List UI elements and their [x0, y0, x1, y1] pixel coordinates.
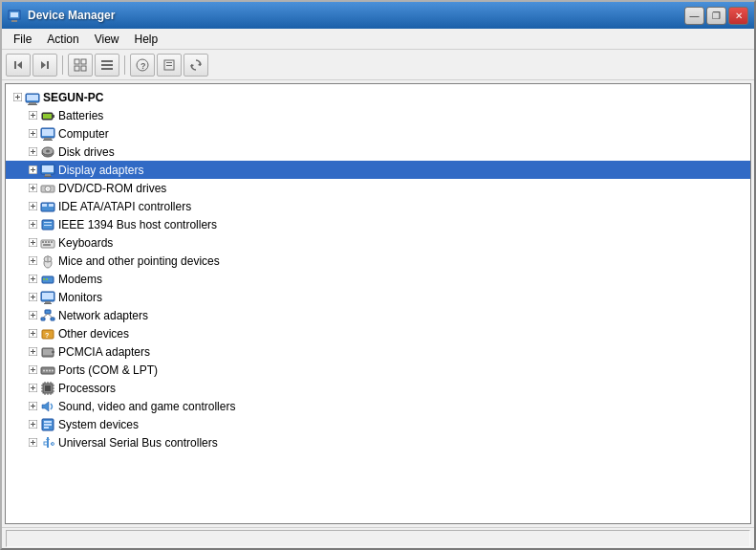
svg-rect-11: [101, 60, 113, 62]
tree-item-ide[interactable]: IDE ATA/ATAPI controllers: [6, 197, 750, 215]
window-title: Device Manager: [28, 9, 115, 22]
svg-rect-1: [11, 12, 18, 17]
system-icon: [40, 417, 55, 432]
svg-point-127: [52, 369, 54, 371]
properties-button[interactable]: [157, 54, 182, 77]
svg-rect-98: [42, 293, 54, 299]
scan-button[interactable]: [184, 54, 208, 77]
usb-label: Universal Serial Bus controllers: [58, 436, 218, 450]
dvd-expand-icon[interactable]: [25, 181, 40, 196]
svg-rect-51: [42, 165, 54, 172]
minimize-button[interactable]: —: [684, 7, 704, 25]
close-button[interactable]: ✕: [728, 7, 748, 25]
monitors-label: Monitors: [58, 291, 102, 304]
device-tree[interactable]: SEGUN-PC Batteries: [5, 83, 751, 524]
help-button[interactable]: ?: [130, 54, 155, 77]
svg-marker-3: [17, 61, 22, 69]
dvd-icon: [40, 181, 55, 196]
ieee-icon: [40, 217, 55, 232]
toolbar: ?: [2, 50, 754, 80]
usb-expand-icon[interactable]: [25, 435, 40, 451]
svg-rect-79: [51, 241, 53, 243]
menu-help[interactable]: Help: [127, 31, 166, 48]
svg-rect-33: [43, 114, 52, 119]
mouse-icon: [40, 253, 55, 269]
svg-rect-104: [45, 310, 51, 314]
svg-rect-77: [45, 241, 47, 243]
tree-item-usb[interactable]: Universal Serial Bus controllers: [6, 433, 750, 451]
back-button[interactable]: [6, 54, 31, 77]
svg-marker-5: [41, 61, 46, 69]
svg-rect-155: [44, 427, 49, 429]
svg-rect-27: [28, 104, 37, 105]
svg-rect-70: [44, 222, 52, 223]
processor-icon: [40, 381, 55, 396]
tree-item-monitors[interactable]: Monitors: [6, 288, 750, 306]
view1-button[interactable]: [68, 54, 93, 77]
tree-item-keyboards[interactable]: Keyboards: [6, 233, 750, 252]
tree-item-system[interactable]: System devices: [6, 415, 750, 433]
modems-expand-icon[interactable]: [25, 272, 40, 287]
keyboards-expand-icon[interactable]: [25, 235, 40, 251]
tree-item-other[interactable]: ? Other devices: [6, 324, 750, 342]
svg-rect-71: [44, 225, 52, 226]
disk-icon: [40, 144, 55, 160]
tree-item-mice[interactable]: Mice and other pointing devices: [6, 252, 750, 270]
other-expand-icon[interactable]: [25, 326, 40, 341]
sound-label: Sound, video and game controllers: [58, 400, 235, 413]
svg-rect-38: [42, 129, 54, 136]
root-label: SEGUN-PC: [43, 91, 103, 104]
svg-text:?: ?: [140, 61, 146, 71]
display-icon: [40, 163, 55, 178]
svg-marker-20: [191, 64, 194, 68]
tree-item-processors[interactable]: Processors: [6, 379, 750, 397]
computer-expand-icon[interactable]: [25, 126, 40, 142]
svg-rect-17: [166, 62, 172, 63]
disk-expand-icon[interactable]: [25, 144, 40, 160]
tree-item-batteries[interactable]: Batteries: [6, 106, 750, 124]
tree-root[interactable]: SEGUN-PC: [6, 88, 750, 106]
status-text: [6, 530, 750, 547]
ports-expand-icon[interactable]: [25, 363, 40, 378]
mice-expand-icon[interactable]: [25, 253, 40, 269]
toolbar-sep-2: [124, 55, 125, 75]
processors-expand-icon[interactable]: [25, 381, 40, 396]
forward-button[interactable]: [32, 54, 57, 77]
mice-label: Mice and other pointing devices: [58, 254, 220, 268]
tree-item-modems[interactable]: Modems: [6, 270, 750, 288]
menu-view[interactable]: View: [87, 31, 127, 48]
tree-item-network[interactable]: Network adapters: [6, 306, 750, 324]
restore-button[interactable]: ❐: [706, 7, 726, 25]
pcmcia-label: PCMCIA adapters: [58, 345, 150, 359]
system-expand-icon[interactable]: [25, 417, 40, 432]
sound-icon: [40, 399, 55, 414]
ports-label: Ports (COM & LPT): [58, 363, 158, 377]
svg-rect-18: [166, 65, 172, 66]
tree-item-pcmcia[interactable]: PCMCIA adapters: [6, 342, 750, 361]
svg-rect-25: [27, 95, 38, 100]
svg-rect-64: [42, 204, 47, 207]
display-expand-icon[interactable]: [25, 163, 40, 178]
processors-label: Processors: [58, 382, 116, 395]
tree-item-ports[interactable]: Ports (COM & LPT): [6, 361, 750, 379]
tree-item-disk[interactable]: Disk drives: [6, 143, 750, 161]
tree-item-sound[interactable]: Sound, video and game controllers: [6, 397, 750, 415]
monitor-icon: [40, 290, 55, 305]
menu-file[interactable]: File: [6, 31, 39, 48]
menu-action[interactable]: Action: [39, 31, 86, 48]
device-manager-window: Device Manager — ❐ ✕ File Action View He…: [0, 0, 756, 550]
tree-item-ieee[interactable]: IEEE 1394 Bus host controllers: [6, 215, 750, 233]
monitors-expand-icon[interactable]: [25, 290, 40, 305]
tree-item-dvd[interactable]: DVD/CD-ROM drives: [6, 179, 750, 197]
batteries-expand-icon[interactable]: [25, 108, 40, 123]
sound-expand-icon[interactable]: [25, 399, 40, 414]
tree-item-display[interactable]: Display adapters: [6, 161, 750, 179]
view2-button[interactable]: [95, 54, 119, 77]
root-expand-icon[interactable]: [10, 90, 25, 105]
ide-expand-icon[interactable]: [25, 199, 40, 214]
tree-item-computer[interactable]: Computer: [6, 124, 750, 143]
network-expand-icon[interactable]: [25, 308, 40, 323]
pcmcia-expand-icon[interactable]: [25, 344, 40, 360]
ieee-expand-icon[interactable]: [25, 217, 40, 232]
svg-point-125: [46, 369, 48, 371]
